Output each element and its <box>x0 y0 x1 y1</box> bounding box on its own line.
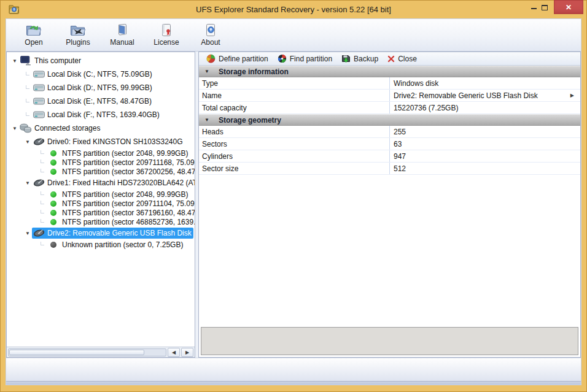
computer-icon <box>20 56 32 66</box>
tree-item-label: NTFS partition (sector 2048, 99.99GB) <box>62 149 188 158</box>
action-button-label: Define partition <box>219 55 268 63</box>
tree-item-main: NTFS partition (sector 468852736, 1639.4… <box>47 217 195 228</box>
close-x-icon <box>387 55 395 63</box>
window-title: UFS Explorer Standard Recovery - version… <box>0 0 587 18</box>
expand-arrow-icon[interactable]: ▶ <box>570 93 574 98</box>
expander-icon[interactable]: ▼ <box>23 231 32 236</box>
property-value: 63 <box>390 138 580 150</box>
property-row[interactable]: TypeWindows disk <box>199 77 580 90</box>
collapse-triangle-icon: ▼ <box>204 117 209 123</box>
backup-button[interactable]: Backup <box>339 53 383 64</box>
tree-item[interactable]: NTFS partition (sector 468852736, 1639.4… <box>7 217 195 226</box>
minimize-button[interactable] <box>528 0 539 15</box>
horizontal-scrollbar[interactable]: ◀ ▶ <box>7 347 195 357</box>
property-row[interactable]: NameDrive2: Removable Generic USB Flash … <box>199 90 580 102</box>
property-row[interactable]: Total capacity15220736 (7.25GB) <box>199 102 580 114</box>
property-row[interactable]: Sectors63 <box>199 138 580 150</box>
green-partition-dot <box>47 167 60 177</box>
tree-item[interactable]: ▼Drive1: Fixed Hitachi HDS723020BLA642 (… <box>7 176 195 190</box>
partition-action-bar: Define partitionFind partitionBackupClos… <box>199 52 580 66</box>
close-button[interactable]: Close <box>385 54 421 64</box>
drive-icon <box>33 137 45 147</box>
section-title: Storage geometry <box>219 116 281 125</box>
tree-item-label: Connected storages <box>34 124 100 133</box>
content-area: OpenPluginsManualLicenseAbout ▼This comp… <box>6 18 581 385</box>
property-value-text: 512 <box>394 164 406 173</box>
about-button[interactable]: About <box>190 21 231 50</box>
tree-item[interactable]: NTFS partition (sector 2048, 99.99GB) <box>7 148 195 158</box>
property-value: 947 <box>390 150 580 162</box>
property-grid: ▼Storage informationTypeWindows diskName… <box>199 66 580 326</box>
scrollbar-track[interactable] <box>8 348 166 356</box>
tree-item[interactable]: Local Disk (D:, NTFS, 99.99GB) <box>7 81 195 94</box>
open-folder-icon <box>26 23 42 37</box>
tree-item[interactable]: ▼Drive0: Fixed KINGSTON SH103S3240G <box>7 135 195 148</box>
tree-item-main: Local Disk (D:, NTFS, 99.99GB) <box>32 82 154 93</box>
define-partition-button[interactable]: Define partition <box>204 53 273 64</box>
license-button[interactable]: License <box>146 21 187 50</box>
dark-partition-dot <box>47 240 60 250</box>
preview-placeholder-box <box>201 327 578 355</box>
tree-item[interactable]: NTFS partition (sector 2048, 99.99GB) <box>7 190 195 199</box>
property-value: Windows disk <box>390 77 580 89</box>
leaf-marker <box>38 193 47 195</box>
collapse-triangle-icon: ▼ <box>204 69 209 74</box>
tree-item-label: NTFS partition (sector 209711168, 75.09G… <box>62 158 195 167</box>
tree-item[interactable]: ▼Drive2: Removable Generic USB Flash Dis… <box>7 226 195 240</box>
tree-item-label: Drive0: Fixed KINGSTON SH103S3240G <box>47 137 183 146</box>
expander-icon[interactable]: ▼ <box>23 180 32 186</box>
tree-item[interactable]: NTFS partition (sector 209711168, 75.09G… <box>7 158 195 167</box>
expander-icon[interactable]: ▼ <box>23 139 32 145</box>
property-label: Type <box>199 77 390 89</box>
property-value-text: 255 <box>394 128 406 136</box>
tree-item[interactable]: Local Disk (F:, NTFS, 1639.40GB) <box>7 108 195 121</box>
tree-item-label: NTFS partition (sector 209711104, 75.09G… <box>62 199 195 208</box>
tree-item[interactable]: NTFS partition (sector 367200256, 48.47G… <box>7 167 195 176</box>
drive-icon <box>33 178 45 188</box>
close-window-button[interactable]: ✕ <box>554 0 583 14</box>
plugins-button[interactable]: Plugins <box>58 21 98 50</box>
tree-item-main: Drive0: Fixed KINGSTON SH103S3240G <box>32 136 185 147</box>
storage-tree-panel: ▼This computerLocal Disk (C:, NTFS, 75.0… <box>6 52 195 358</box>
tree-item[interactable]: Local Disk (C:, NTFS, 75.09GB) <box>7 67 195 81</box>
tree-item[interactable]: NTFS partition (sector 209711104, 75.09G… <box>7 199 195 208</box>
app-window: UFS Explorer Standard Recovery - version… <box>0 0 587 392</box>
define-partition-icon <box>206 54 216 63</box>
leaf-marker <box>23 114 32 116</box>
tree-item-label: Local Disk (E:, NTFS, 48.47GB) <box>47 97 152 106</box>
tree-item-main: Drive1: Fixed Hitachi HDS723020BLA642 (A… <box>32 177 195 188</box>
maximize-button[interactable] <box>539 0 550 15</box>
manual-button[interactable]: Manual <box>102 21 142 50</box>
property-row[interactable]: Cylinders947 <box>199 150 580 163</box>
property-row[interactable]: Sector size512 <box>199 163 580 175</box>
storage-tree: ▼This computerLocal Disk (C:, NTFS, 75.0… <box>7 52 195 347</box>
property-value: 15220736 (7.25GB) <box>390 102 580 113</box>
find-partition-button[interactable]: Find partition <box>275 53 336 64</box>
section-header[interactable]: ▼Storage geometry <box>199 114 580 126</box>
tree-item[interactable]: Unknown partition (sector 0, 7.25GB) <box>7 240 195 249</box>
scroll-right-button[interactable]: ▶ <box>181 348 193 357</box>
property-row[interactable]: Heads255 <box>199 126 580 138</box>
status-bar <box>6 358 581 381</box>
expander-icon[interactable]: ▼ <box>10 58 19 64</box>
tree-item[interactable]: ▼This computer <box>7 54 195 67</box>
open-button[interactable]: Open <box>14 21 54 50</box>
details-panel: Define partitionFind partitionBackupClos… <box>198 52 581 358</box>
main-toolbar: OpenPluginsManualLicenseAbout <box>6 19 581 52</box>
tree-item[interactable]: ▼Connected storages <box>7 121 195 135</box>
scroll-left-button[interactable]: ◀ <box>168 348 180 357</box>
section-header[interactable]: ▼Storage information <box>199 66 580 77</box>
tree-item[interactable]: NTFS partition (sector 367196160, 48.47G… <box>7 208 195 217</box>
action-button-label: Backup <box>354 55 378 63</box>
tree-item-main: Local Disk (E:, NTFS, 48.47GB) <box>32 96 154 107</box>
tree-item-main: This computer <box>19 55 83 66</box>
property-value-text: Drive2: Removable Generic USB Flash Disk <box>394 91 538 100</box>
leaf-marker <box>38 171 47 172</box>
scrollbar-thumb[interactable] <box>9 350 144 355</box>
tree-item-label: Drive1: Fixed Hitachi HDS723020BLA642 (A… <box>47 179 195 187</box>
leaf-marker <box>23 101 32 102</box>
tree-item[interactable]: Local Disk (E:, NTFS, 48.47GB) <box>7 94 195 108</box>
toolbar-button-label: Open <box>25 38 42 47</box>
property-label: Sectors <box>199 138 390 150</box>
expander-icon[interactable]: ▼ <box>10 126 19 131</box>
